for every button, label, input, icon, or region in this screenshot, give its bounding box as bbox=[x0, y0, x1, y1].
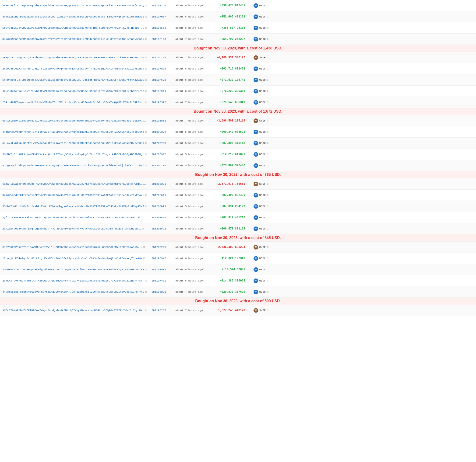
tx-hash-link[interactable]: 5b8fCckV1udYVmBSL7P8sAzMpAD3EbdbYmS7AwEN… bbox=[2, 26, 144, 29]
amount-cell: +355,837.95338 bbox=[208, 26, 245, 30]
tx-hash-link[interactable]: 5SahWTmYRnn2MKm7tp2zXh2zZv8qrF3hXYC9qjXA… bbox=[2, 205, 144, 208]
copy-hash-icon[interactable]: ⧉ bbox=[145, 205, 147, 208]
tx-hash-link[interactable]: 61hV5NPDZoRx6TdfjbaWRMKvxFzGW1PiUPUBKV7h… bbox=[2, 246, 142, 249]
tx-hash-link[interactable]: 5Jpg8VQukUVh9ppVo6hcV68HWSXRrVuPyZQpkdPn… bbox=[2, 164, 144, 167]
copy-hash-icon[interactable]: ⧉ bbox=[145, 27, 147, 29]
copy-hash-icon[interactable]: ⧉ bbox=[145, 309, 147, 312]
tx-hash-link[interactable]: 5nwQnx9gFBs7Sma5MRDpdJ2GKqf8QLDs5gxK3eqr… bbox=[2, 78, 144, 81]
table-row: 2B3y67rbtm7goadpjzxHvhGPMns5kg4VAehXsHEW… bbox=[0, 52, 476, 63]
block-number-cell: 281197401 bbox=[147, 279, 170, 282]
copy-token-icon[interactable]: ⧉ bbox=[267, 227, 268, 230]
copy-token-icon[interactable]: ⧉ bbox=[267, 27, 268, 29]
time-cell: about 7 hours ago bbox=[170, 290, 208, 293]
copy-token-icon[interactable]: ⧉ bbox=[267, 56, 268, 59]
tx-hash-link[interactable]: 2eXLNxjgyYRdvjR8bmtKN7MzPywoCfrpJ5MVGwRF… bbox=[2, 279, 144, 282]
copy-token-icon[interactable]: ⧉ bbox=[267, 246, 268, 249]
copy-hash-icon[interactable]: ⧉ bbox=[145, 194, 147, 197]
tx-hash-link[interactable]: 2B3y67rbtm7goadpjzxHvhGPMns5kg4VAehXsHEW… bbox=[2, 56, 144, 59]
token-cell: UUSDC⧉ bbox=[245, 163, 268, 168]
copy-hash-icon[interactable]: ⧉ bbox=[145, 101, 147, 104]
time-cell: about 5 hours ago bbox=[170, 246, 208, 249]
copy-hash-icon[interactable]: ⧉ bbox=[145, 164, 147, 167]
time-cell: about 6 hours ago bbox=[170, 4, 208, 7]
copy-token-icon[interactable]: ⧉ bbox=[267, 79, 268, 81]
tx-hash-link[interactable]: 3rjqiVnPdbYK1tzFoovpAERygdPXaGwXZ7qvdAaY… bbox=[2, 194, 144, 197]
copy-token-icon[interactable]: ⧉ bbox=[267, 268, 268, 271]
tx-hash-link[interactable]: 3mvoFNtZ7xCTL6cHF2ph3cPdgLai8MH5oLUuTic4… bbox=[2, 268, 144, 271]
tx-hash-link[interactable]: 3gfZuX8FAWERMKFBk1K21Gpo1DQpywhSPXnn49oE… bbox=[2, 216, 146, 219]
copy-hash-icon[interactable]: ⧉ bbox=[145, 90, 147, 93]
copy-hash-icon[interactable]: ⧉ bbox=[145, 4, 147, 7]
copy-token-icon[interactable]: ⧉ bbox=[267, 205, 268, 208]
tx-hash-link[interactable]: 2oHZZbtpQs4vqbTfEfqTLgthUNBCTjMJCfRRzUwP… bbox=[2, 227, 141, 230]
usdc-icon: U bbox=[254, 100, 258, 105]
block-number-cell: 281206186 bbox=[147, 164, 170, 167]
token-label: $WIF bbox=[259, 56, 266, 59]
banner-row: Bought on Nov 30, 2023, with a cost of 5… bbox=[0, 297, 476, 305]
copy-token-icon[interactable]: ⧉ bbox=[267, 291, 268, 293]
tx-hash-link[interactable]: 5MyMxTsCicKU93ainMFtWRiXe4ssjCui22Y5ongS… bbox=[2, 153, 144, 156]
tx-hash-link[interactable]: 3MCcP78w9ffDVZKZFTHZGnkZ4Wyn2eddgkhr8AZH… bbox=[2, 309, 144, 312]
copy-token-icon[interactable]: ⧉ bbox=[267, 164, 268, 167]
tx-hash-link[interactable]: 3umgmpNSp4fgEMqKh9CAc5VQpi2JtY7YEmVPrsJ2… bbox=[2, 38, 144, 41]
tx-hash-link[interactable]: 61baHLuva1trxMYxUG8qFtvv9VDBwy7wYgcrkDSS… bbox=[2, 182, 146, 185]
copy-hash-icon[interactable]: ⧉ bbox=[145, 291, 147, 293]
wif-icon: W bbox=[254, 308, 258, 313]
amount-cell: +112,321.127349 bbox=[208, 257, 245, 260]
tx-hash-link[interactable]: 4eYS1ZksH3fPS8obLJWn2r6s3eSasFVPqfZdRLEY… bbox=[2, 15, 144, 18]
copy-token-icon[interactable]: ⧉ bbox=[267, 216, 268, 219]
copy-hash-icon[interactable]: ⧉ bbox=[145, 56, 147, 59]
copy-hash-icon[interactable]: ⧉ bbox=[145, 131, 147, 133]
copy-token-icon[interactable]: ⧉ bbox=[267, 194, 268, 197]
copy-token-icon[interactable]: ⧉ bbox=[267, 153, 268, 156]
copy-token-icon[interactable]: ⧉ bbox=[267, 4, 268, 7]
copy-hash-icon[interactable]: ⧉ bbox=[145, 38, 147, 41]
copy-hash-icon[interactable]: ⧉ bbox=[143, 246, 145, 249]
usdc-icon: U bbox=[254, 78, 258, 82]
usdc-icon: U bbox=[254, 279, 258, 283]
tx-hash-link[interactable]: 5rFBL4LfzNt2XqN2LTgCVbkAYGyZidAH5KaVNnXH… bbox=[2, 4, 144, 7]
tx-hash-link[interactable]: 1RropjtcRD4w7gd3cp8EtL7LjnKxxNPLsTnkkGJe… bbox=[2, 257, 142, 260]
copy-hash-icon[interactable]: ⧉ bbox=[145, 79, 147, 81]
token-label: USDC bbox=[259, 216, 266, 219]
table-row: 5HLavkLNWTgpLKhPEZLVKVvcofgkKEDjzjpVfaf1… bbox=[0, 138, 476, 149]
copy-token-icon[interactable]: ⧉ bbox=[267, 38, 268, 41]
table-row: 61hV5NPDZoRx6TdfjbaWRMKvxFzGW1PiUPUBKV7h… bbox=[0, 242, 476, 253]
copy-hash-icon[interactable]: ⧉ bbox=[145, 279, 147, 282]
copy-hash-icon[interactable]: ⧉ bbox=[145, 15, 147, 18]
tx-hash-link[interactable]: 44uemS6ec1FcmotwfzGGsv6FCDYfgXWgEG94cA5o… bbox=[2, 290, 144, 293]
copy-token-icon[interactable]: ⧉ bbox=[267, 119, 268, 122]
copy-hash-icon[interactable]: ⧉ bbox=[145, 142, 147, 145]
wif-icon: W bbox=[254, 55, 258, 60]
copy-token-icon[interactable]: ⧉ bbox=[267, 183, 268, 185]
tx-hash-link[interactable]: 5BPXfLdi8NsiT8upPf8JTXCV8dk2CwMC8nsgshqu… bbox=[2, 119, 146, 122]
copy-token-icon[interactable]: ⧉ bbox=[267, 279, 268, 282]
copy-token-icon[interactable]: ⧉ bbox=[267, 101, 268, 104]
time-cell: about 5 hours ago bbox=[170, 182, 208, 185]
banner-text: Bought on Nov 30, 2023, with a cost of 1… bbox=[194, 109, 282, 114]
tx-hash-link[interactable]: 4ZwruRn4ePqqXjpvTHVuVbz9EvZT3SsXeXqUEhfg… bbox=[2, 90, 144, 93]
copy-token-icon[interactable]: ⧉ bbox=[267, 67, 268, 70]
token-cell: UUSDC⧉ bbox=[245, 66, 268, 71]
copy-hash-icon[interactable]: ⧉ bbox=[145, 67, 147, 70]
copy-hash-icon[interactable]: ⧉ bbox=[142, 227, 144, 230]
token-cell: UUSDC⧉ bbox=[245, 3, 268, 8]
copy-hash-icon[interactable]: ⧉ bbox=[143, 257, 145, 260]
copy-token-icon[interactable]: ⧉ bbox=[267, 309, 268, 312]
copy-token-icon[interactable]: ⧉ bbox=[267, 257, 268, 260]
copy-hash-icon[interactable]: ⧉ bbox=[145, 268, 147, 271]
tx-hash-link[interactable]: 5HLavkLNWTgpLKhPEZLVKVvcofgkKEDjzjpVfaf1… bbox=[2, 141, 144, 145]
copy-token-icon[interactable]: ⧉ bbox=[267, 15, 268, 18]
copy-hash-icon[interactable]: ⧉ bbox=[145, 153, 147, 156]
token-cell: UUSDC⧉ bbox=[245, 256, 268, 261]
time-cell: about 5 hours ago bbox=[170, 216, 208, 219]
usdc-icon: U bbox=[254, 130, 258, 134]
copy-token-icon[interactable]: ⧉ bbox=[267, 142, 268, 145]
copy-token-icon[interactable]: ⧉ bbox=[267, 131, 268, 133]
tx-hash-cell: 1RropjtcRD4w7gd3cp8EtL7LjnKxxNPLsTnkkGJe… bbox=[2, 257, 147, 260]
tx-hash-link[interactable]: 2xE9ga8q8ZA3ASnFgRtGYKJrrczioWWyvRQwgMRw… bbox=[2, 67, 144, 70]
tx-hash-link[interactable]: 4PjnsvRSymKR47rAgAT9kj168MZUQ4Ma1yDs5KMa… bbox=[2, 130, 144, 133]
tx-hash-link[interactable]: 2S4ic499FEwqmeuaopBp3JhHeWXZmDXTCcfJMJUL… bbox=[2, 101, 144, 104]
amount-cell: +207,895.416118 bbox=[208, 141, 245, 145]
copy-token-icon[interactable]: ⧉ bbox=[267, 90, 268, 93]
